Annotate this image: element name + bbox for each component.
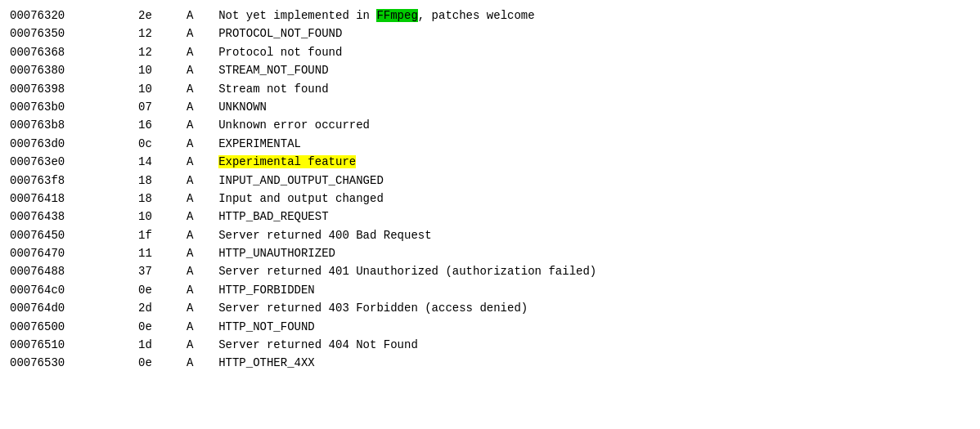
flag-cell: A — [187, 172, 218, 190]
text-span: INPUT_AND_OUTPUT_CHANGED — [218, 174, 384, 187]
text-cell: Server returned 401 Unauthorized (author… — [218, 262, 970, 280]
text-cell: Not yet implemented in FFmpeg, patches w… — [218, 7, 970, 25]
table-row: 000763b816AUnknown error occurred — [10, 116, 970, 134]
text-span: Server returned 401 Unauthorized (author… — [218, 265, 596, 278]
text-span: Server returned 403 Forbidden (access de… — [218, 302, 528, 315]
text-span: Server returned 400 Bad Request — [218, 229, 431, 242]
text-span: HTTP_BAD_REQUEST — [218, 210, 328, 223]
text-cell: HTTP_BAD_REQUEST — [218, 208, 970, 226]
text-span: , patches welcome — [418, 9, 535, 22]
flag-cell: A — [187, 262, 218, 280]
text-cell: Protocol not found — [218, 43, 970, 61]
text-span: Stream not found — [218, 83, 328, 96]
address-cell: 000763e0 — [10, 153, 138, 171]
flag-cell: A — [187, 7, 218, 25]
hex-cell: 37 — [138, 262, 187, 280]
table-row: 0007635012APROTOCOL_NOT_FOUND — [10, 25, 970, 42]
address-cell: 00076438 — [10, 208, 138, 226]
flag-cell: A — [187, 116, 218, 134]
flag-cell: A — [187, 336, 218, 354]
hex-cell: 0e — [138, 354, 187, 372]
table-row: 000764c00eAHTTP_FORBIDDEN — [10, 281, 970, 299]
text-span: Unknown error occurred — [218, 118, 370, 132]
address-cell: 000764c0 — [10, 281, 138, 299]
flag-cell: A — [187, 226, 218, 244]
text-cell: Unknown error occurred — [218, 116, 970, 134]
table-row: 000765101dAServer returned 404 Not Found — [10, 336, 970, 354]
flag-cell: A — [187, 135, 218, 153]
address-cell: 00076398 — [10, 80, 138, 98]
address-cell: 00076488 — [10, 262, 138, 280]
hex-cell: 0e — [138, 318, 187, 336]
text-span: Protocol not found — [218, 46, 342, 59]
address-cell: 00076530 — [10, 354, 138, 372]
text-span: Input and output changed — [218, 192, 384, 205]
text-span: UNKNOWN — [218, 101, 267, 114]
table-row: 0007647011AHTTP_UNAUTHORIZED — [10, 244, 970, 262]
flag-cell: A — [187, 43, 218, 61]
text-span: STREAM_NOT_FOUND — [218, 64, 328, 77]
hex-cell: 2e — [138, 7, 187, 25]
flag-cell: A — [187, 318, 218, 336]
hex-cell: 0c — [138, 135, 187, 153]
address-cell: 000763d0 — [10, 135, 138, 153]
table-row: 0007641818AInput and output changed — [10, 190, 970, 208]
hex-cell: 0e — [138, 281, 187, 299]
flag-cell: A — [187, 299, 218, 317]
table-row: 0007643810AHTTP_BAD_REQUEST — [10, 208, 970, 226]
address-cell: 000763b8 — [10, 116, 138, 134]
address-cell: 000763f8 — [10, 172, 138, 190]
text-span: HTTP_NOT_FOUND — [218, 320, 315, 333]
text-span: EXPERIMENTAL — [218, 137, 301, 150]
hex-cell: 10 — [138, 61, 187, 79]
address-cell: 00076418 — [10, 190, 138, 208]
flag-cell: A — [187, 61, 218, 79]
address-cell: 00076350 — [10, 25, 138, 42]
text-span: HTTP_UNAUTHORIZED — [218, 247, 335, 260]
address-cell: 00076470 — [10, 244, 138, 262]
table-row: 0007638010ASTREAM_NOT_FOUND — [10, 61, 970, 79]
table-row: 000765000eAHTTP_NOT_FOUND — [10, 318, 970, 336]
table-row: 000763202eANot yet implemented in FFmpeg… — [10, 7, 970, 25]
flag-cell: A — [187, 208, 218, 226]
text-cell: STREAM_NOT_FOUND — [218, 61, 970, 79]
text-span: HTTP_FORBIDDEN — [218, 284, 315, 297]
hex-cell: 11 — [138, 244, 187, 262]
table-row: 000763d00cAEXPERIMENTAL — [10, 135, 970, 153]
table-row: 0007636812AProtocol not found — [10, 43, 970, 61]
text-span: Server returned 404 — [218, 338, 356, 351]
table-row: 0007648837AServer returned 401 Unauthori… — [10, 262, 970, 280]
text-cell: HTTP_UNAUTHORIZED — [218, 244, 970, 262]
flag-cell: A — [187, 98, 218, 116]
text-cell: Experimental feature — [218, 153, 970, 171]
table-row: 0007639810AStream not found — [10, 80, 970, 98]
flag-cell: A — [187, 281, 218, 299]
hex-cell: 07 — [138, 98, 187, 116]
text-span: PROTOCOL_NOT_FOUND — [218, 27, 342, 40]
flag-cell: A — [187, 153, 218, 171]
code-listing: 000763202eANot yet implemented in FFmpeg… — [10, 7, 970, 373]
hex-cell: 16 — [138, 116, 187, 134]
highlight-green-span: FFmpeg — [376, 9, 417, 22]
text-cell: Stream not found — [218, 80, 970, 98]
text-cell: Server returned 400 Bad Request — [218, 226, 970, 244]
text-span: Not — [356, 338, 376, 351]
text-cell: PROTOCOL_NOT_FOUND — [218, 25, 970, 42]
table-row: 000763e014AExperimental feature — [10, 153, 970, 171]
text-cell: HTTP_FORBIDDEN — [218, 281, 970, 299]
text-cell: Server returned 403 Forbidden (access de… — [218, 299, 970, 317]
address-cell: 00076500 — [10, 318, 138, 336]
address-cell: 000763b0 — [10, 98, 138, 116]
table-row: 000765300eAHTTP_OTHER_4XX — [10, 354, 970, 372]
address-cell: 00076320 — [10, 7, 138, 25]
address-cell: 00076380 — [10, 61, 138, 79]
table-row: 000763b007AUNKNOWN — [10, 98, 970, 116]
text-cell: HTTP_OTHER_4XX — [218, 354, 970, 372]
address-cell: 000764d0 — [10, 299, 138, 317]
flag-cell: A — [187, 244, 218, 262]
text-cell: HTTP_NOT_FOUND — [218, 318, 970, 336]
hex-cell: 12 — [138, 25, 187, 42]
table-row: 000763f818AINPUT_AND_OUTPUT_CHANGED — [10, 172, 970, 190]
flag-cell: A — [187, 80, 218, 98]
flag-cell: A — [187, 190, 218, 208]
